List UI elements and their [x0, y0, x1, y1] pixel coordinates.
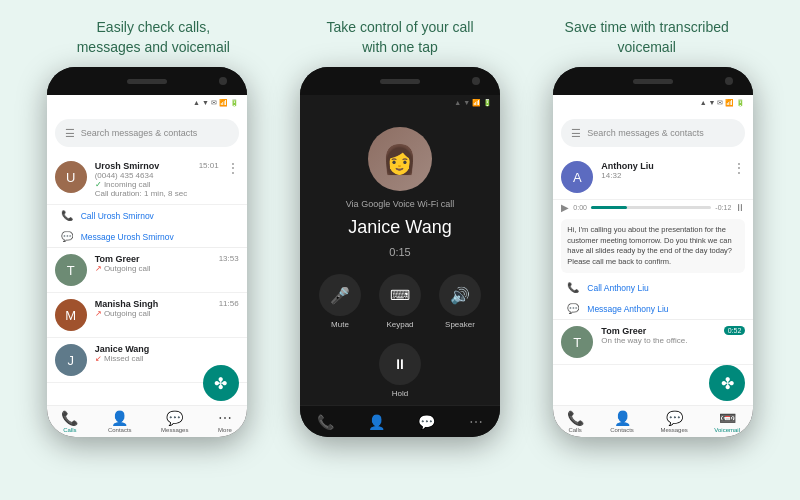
msg-icon-action: 💬: [61, 231, 73, 242]
phone1-screen: ☰ Search messages & contacts U Urosh Smi…: [47, 111, 247, 405]
voicemail-label3: Voicemail: [714, 427, 740, 433]
contacts-icon1: 👤: [111, 410, 128, 426]
contact-time-tom: 13:53: [219, 254, 239, 263]
phone1: ▲ ▼ ✉ 📶 🔋 ☰ Search messages & contacts U…: [47, 67, 247, 437]
contact-row-tom2[interactable]: T Tom Greer On the way to the office. 0:…: [553, 320, 753, 365]
search-bar1[interactable]: ☰ Search messages & contacts: [55, 119, 239, 147]
phone3-screen: ☰ Search messages & contacts A Anthony L…: [553, 111, 753, 405]
play-icon[interactable]: ▶: [561, 202, 569, 213]
contact-duration-urosh: Call duration: 1 min, 8 sec: [95, 189, 191, 198]
keypad-circle: ⌨: [379, 274, 421, 316]
action-label-call: Call Urosh Smirnov: [81, 211, 154, 221]
mute-btn[interactable]: 🎤 Mute: [319, 274, 361, 329]
nav-more1[interactable]: ⋯ More: [218, 410, 232, 433]
more-btn-anthony[interactable]: ⋮: [733, 161, 745, 175]
messages-icon3: 💬: [666, 410, 683, 426]
header-col2: Take control of your call with one tap: [277, 18, 524, 57]
fab-icon1: ✤: [214, 374, 227, 393]
fab-button1[interactable]: ✤: [203, 365, 239, 401]
contact-calltype-urosh: ✓ Incoming call: [95, 180, 191, 189]
msg-icon-anthony: 💬: [567, 303, 579, 314]
nav-messages3[interactable]: 💬 Messages: [660, 410, 687, 433]
contact-info-janice: Janice Wang ↙ Missed call: [95, 344, 239, 363]
phone2-status: ▲ ▼ 📶 🔋: [300, 95, 500, 111]
contact-time-manisha: 11:56: [219, 299, 239, 308]
contact-name-manisha: Manisha Singh: [95, 299, 211, 309]
contact-calltype-janice: ↙ Missed call: [95, 354, 239, 363]
quick-action-call-anthony[interactable]: 📞 Call Anthony Liu: [553, 277, 753, 298]
nav-contacts3[interactable]: 👤 Contacts: [610, 410, 634, 433]
quick-action-msg[interactable]: 💬 Message Urosh Smirnov: [47, 226, 247, 248]
pause-icon[interactable]: ⏸: [735, 202, 745, 213]
audio-time-end: -0:12: [715, 204, 731, 211]
menu-icon1: ☰: [65, 127, 75, 140]
contacts-icon3: 👤: [614, 410, 631, 426]
nav-more2[interactable]: ⋯: [469, 414, 483, 430]
dark-caller-screen: 👩 Via Google Voice Wi-Fi call Janice Wan…: [300, 111, 500, 405]
contact-row-urosh[interactable]: U Urosh Smirnov (0044) 435 4634 ✓ Incomi…: [47, 155, 247, 205]
more-btn-urosh[interactable]: ⋮: [227, 161, 239, 175]
search-bar3[interactable]: ☰ Search messages & contacts: [561, 119, 745, 147]
messages-label1: Messages: [161, 427, 188, 433]
avatar-anthony: A: [561, 161, 593, 193]
contacts-label1: Contacts: [108, 427, 132, 433]
more-label1: More: [218, 427, 232, 433]
mute-icon: 🎤: [330, 286, 350, 305]
calls-label3: Calls: [568, 427, 581, 433]
avatar-tom2: T: [561, 326, 593, 358]
quick-action-call[interactable]: 📞 Call Urosh Smirnov: [47, 205, 247, 226]
phone3-nav: 📞 Calls 👤 Contacts 💬 Messages 📼 Voicemai…: [553, 405, 753, 437]
fab-icon3: ✤: [721, 374, 734, 393]
nav-contacts2[interactable]: 👤: [368, 414, 385, 430]
nav-messages1[interactable]: 💬 Messages: [161, 410, 188, 433]
avatar-tom: T: [55, 254, 87, 286]
contacts-label3: Contacts: [610, 427, 634, 433]
mute-circle: 🎤: [319, 274, 361, 316]
nav-contacts1[interactable]: 👤 Contacts: [108, 410, 132, 433]
caller-timer: 0:15: [389, 246, 410, 258]
phone1-top: [47, 67, 247, 95]
phone-icon-anthony: 📞: [567, 282, 579, 293]
header-col3: Save time with transcribed voicemail: [523, 18, 770, 57]
contact-info-tom2: Tom Greer On the way to the office.: [601, 326, 715, 345]
hold-btn[interactable]: ⏸ Hold: [379, 343, 421, 398]
action-label-call-anthony: Call Anthony Liu: [587, 283, 648, 293]
avatar-janice: J: [55, 344, 87, 376]
audio-player[interactable]: ▶ 0:00 -0:12 ⏸: [553, 200, 753, 215]
nav-voicemail3[interactable]: 📼 Voicemail: [714, 410, 740, 433]
contact-info-urosh: Urosh Smirnov (0044) 435 4634 ✓ Incoming…: [95, 161, 191, 198]
contact-name-urosh: Urosh Smirnov: [95, 161, 191, 171]
keypad-btn[interactable]: ⌨ Keypad: [379, 274, 421, 329]
contact-time-anthony: 14:32: [601, 171, 725, 180]
nav-calls1[interactable]: 📞 Calls: [61, 410, 78, 433]
phone2-nav: 📞 👤 💬 ⋯: [300, 405, 500, 437]
nav-calls2[interactable]: 📞: [317, 414, 334, 430]
speaker-btn[interactable]: 🔊 Speaker: [439, 274, 481, 329]
messages-label3: Messages: [660, 427, 687, 433]
phone1-status: ▲ ▼ ✉ 📶 🔋: [47, 95, 247, 111]
nav-messages2[interactable]: 💬: [418, 414, 435, 430]
more-icon2: ⋯: [469, 414, 483, 430]
calls-label1: Calls: [63, 427, 76, 433]
call-controls-row: 🎤 Mute ⌨ Keypad 🔊 Speaker: [310, 274, 490, 329]
avatar-urosh: U: [55, 161, 87, 193]
contact-row-manisha[interactable]: M Manisha Singh ↗ Outgoing call 11:56: [47, 293, 247, 338]
via-label: Via Google Voice Wi-Fi call: [346, 199, 454, 209]
hold-label: Hold: [392, 389, 408, 398]
fab-button3[interactable]: ✤: [709, 365, 745, 401]
contact-info-manisha: Manisha Singh ↗ Outgoing call: [95, 299, 211, 318]
hold-icon: ⏸: [393, 356, 407, 372]
contact-row-tom[interactable]: T Tom Greer ↗ Outgoing call 13:53: [47, 248, 247, 293]
contact-name-anthony: Anthony Liu: [601, 161, 725, 171]
contact-name-janice: Janice Wang: [95, 344, 239, 354]
contact-row-anthony[interactable]: A Anthony Liu 14:32 ⋮: [553, 155, 753, 200]
nav-calls3[interactable]: 📞 Calls: [567, 410, 584, 433]
keypad-icon: ⌨: [390, 287, 410, 303]
calls-icon3: 📞: [567, 410, 584, 426]
quick-action-msg-anthony[interactable]: 💬 Message Anthony Liu: [553, 298, 753, 320]
phone1-nav: 📞 Calls 👤 Contacts 💬 Messages ⋯ More: [47, 405, 247, 437]
speaker-circle: 🔊: [439, 274, 481, 316]
phone3-top: [553, 67, 753, 95]
audio-progress-bar[interactable]: [591, 206, 711, 209]
contact-time-urosh: 15:01: [199, 161, 219, 170]
